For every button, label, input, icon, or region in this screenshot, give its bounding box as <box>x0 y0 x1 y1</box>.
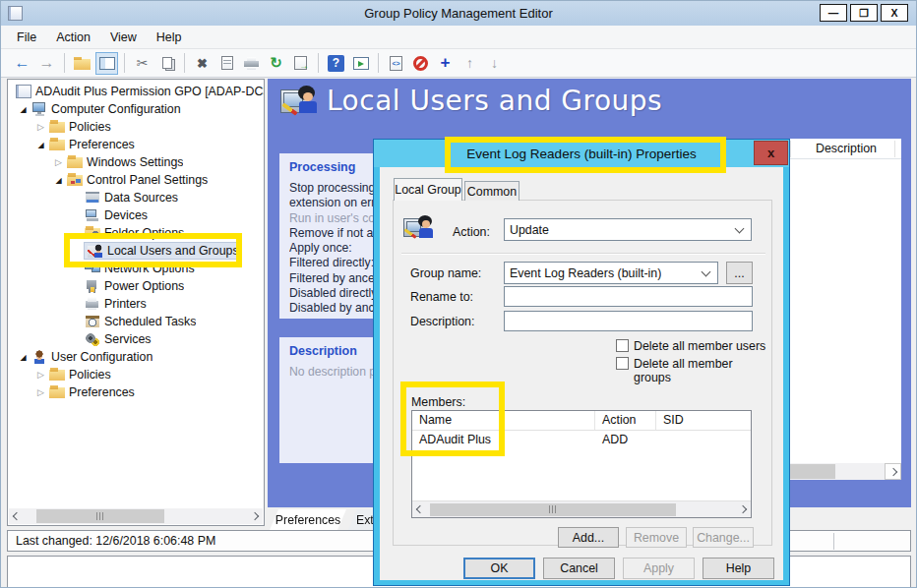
tab-common[interactable]: Common <box>464 181 520 201</box>
back-icon[interactable]: ← <box>11 52 33 75</box>
browse-button[interactable]: ... <box>726 262 753 284</box>
tree-item-services[interactable]: Services <box>8 330 264 348</box>
status-text: Last changed: 12/6/2018 6:06:48 PM <box>16 534 215 548</box>
scroll-right-icon[interactable] <box>735 501 751 517</box>
properties-icon[interactable] <box>215 52 238 75</box>
refresh-icon[interactable]: ↻ <box>265 52 287 75</box>
xml-report-icon[interactable]: <> <box>385 52 407 75</box>
scroll-left-icon[interactable] <box>412 501 428 517</box>
action-dropdown[interactable]: Update <box>504 218 752 241</box>
column-action[interactable]: Action <box>595 411 656 430</box>
expander-open-icon[interactable]: ◢ <box>33 141 48 149</box>
add-icon[interactable]: + <box>434 52 457 75</box>
change-button[interactable]: Change... <box>693 527 754 548</box>
window-title: Group Policy Management Editor <box>1 6 916 21</box>
scroll-right-icon[interactable] <box>885 463 901 480</box>
scrollbar-thumb[interactable] <box>430 503 676 516</box>
export-list-icon[interactable] <box>289 52 312 75</box>
move-down-icon[interactable]: ↓ <box>483 52 506 75</box>
menu-file[interactable]: File <box>7 27 46 48</box>
expander-closed-icon[interactable]: ▷ <box>33 122 48 132</box>
expander-closed-icon[interactable]: ▷ <box>33 387 48 397</box>
help-button[interactable]: Help <box>703 558 774 579</box>
tree-item-gpo-root[interactable]: ADAudit Plus Permission GPO [ADAP-DC3.AD <box>8 83 264 100</box>
local-users-groups-icon <box>88 244 103 258</box>
tree-item-computer-configuration[interactable]: ◢ Computer Configuration <box>8 100 264 118</box>
tree-item-data-sources[interactable]: Data Sources <box>8 189 264 206</box>
tree-item-scheduled-tasks[interactable]: Scheduled Tasks <box>8 313 264 330</box>
dialog-close-icon[interactable]: x <box>754 141 788 165</box>
tree-item-windows-settings[interactable]: ▷ Windows Settings <box>8 153 264 171</box>
maximize-button[interactable]: ❐ <box>850 4 878 22</box>
column-sid[interactable]: SID <box>656 411 751 430</box>
console-window-icon[interactable] <box>349 52 372 75</box>
scroll-left-icon[interactable] <box>9 508 25 524</box>
tree-item-local-users-and-groups[interactable]: Local Users and Groups <box>8 242 264 260</box>
members-horizontal-scrollbar[interactable] <box>412 500 751 517</box>
tree-item-user-policies[interactable]: ▷ Policies <box>8 366 264 383</box>
local-group-icon <box>403 215 441 245</box>
folder-icon <box>49 120 65 134</box>
member-row[interactable]: ADAudit Plus ADD <box>412 431 751 448</box>
control-panel-folder-icon <box>67 173 83 187</box>
power-options-icon <box>85 279 100 293</box>
print-icon[interactable] <box>240 52 263 75</box>
expander-open-icon[interactable]: ◢ <box>16 105 31 114</box>
tree-item-user-configuration[interactable]: ◢ User Configuration <box>8 348 264 366</box>
tab-local-group[interactable]: Local Group <box>394 178 462 201</box>
menu-bar: File Action View Help <box>1 26 916 49</box>
ok-button[interactable]: OK <box>463 558 535 579</box>
expander-open-icon[interactable]: ◢ <box>51 176 66 185</box>
rename-to-input[interactable] <box>504 286 753 307</box>
devices-icon <box>85 208 100 222</box>
menu-help[interactable]: Help <box>147 27 192 48</box>
open-folder-icon[interactable] <box>71 52 93 75</box>
add-button[interactable]: Add... <box>558 527 619 548</box>
group-name-dropdown[interactable]: Event Log Readers (built-in) <box>504 262 718 284</box>
folder-icon <box>49 385 65 399</box>
help-icon[interactable]: ? <box>325 52 347 75</box>
column-name[interactable]: Name <box>412 411 595 430</box>
cancel-button[interactable]: Cancel <box>543 558 615 579</box>
move-up-icon[interactable]: ↑ <box>458 52 481 75</box>
description-column-header[interactable]: Description <box>816 142 877 155</box>
forward-icon[interactable]: → <box>35 52 58 75</box>
menu-action[interactable]: Action <box>46 27 100 48</box>
scroll-right-icon[interactable] <box>247 508 263 524</box>
tree-item-network-options[interactable]: Network Options <box>8 260 264 277</box>
tree-horizontal-scrollbar[interactable] <box>9 508 263 524</box>
tree-item-preferences[interactable]: ◢ Preferences <box>8 136 264 153</box>
tree-item-devices[interactable]: Devices <box>8 206 264 224</box>
tree-item-folder-options[interactable]: Folder Options <box>8 224 264 242</box>
data-sources-icon <box>85 191 100 205</box>
user-icon <box>31 350 47 364</box>
copy-icon[interactable] <box>155 52 178 75</box>
tab-preferences[interactable]: Preferences <box>270 509 346 530</box>
expander-closed-icon[interactable]: ▷ <box>33 370 48 380</box>
toolbar-separator <box>378 53 379 73</box>
cut-icon[interactable]: ✂ <box>131 52 153 75</box>
remove-button[interactable]: Remove <box>626 527 687 548</box>
network-options-icon <box>85 262 100 275</box>
tree-item-printers[interactable]: Printers <box>8 295 264 313</box>
expander-closed-icon[interactable]: ▷ <box>51 157 66 167</box>
tree-item-user-preferences[interactable]: ▷ Preferences <box>8 383 264 401</box>
tree-item-policies[interactable]: ▷ Policies <box>8 118 264 136</box>
block-icon[interactable] <box>409 52 432 75</box>
description-input[interactable] <box>504 311 753 331</box>
window-titlebar: Group Policy Management Editor — ❐ X <box>1 1 916 26</box>
minimize-button[interactable]: — <box>820 4 847 22</box>
tree-item-control-panel-settings[interactable]: ◢ Control Panel Settings <box>8 171 264 189</box>
expander-open-icon[interactable]: ◢ <box>16 353 31 362</box>
close-button[interactable]: X <box>881 4 908 22</box>
apply-button[interactable]: Apply <box>623 558 695 579</box>
delete-member-users-checkbox[interactable] <box>616 339 629 352</box>
menu-view[interactable]: View <box>100 27 147 48</box>
show-console-tree-icon[interactable] <box>95 52 118 75</box>
tree-item-power-options[interactable]: Power Options <box>8 277 264 295</box>
delete-member-groups-checkbox[interactable] <box>616 357 629 370</box>
action-label: Action: <box>453 225 490 239</box>
delete-icon[interactable]: ✖ <box>191 52 214 75</box>
scrollbar-thumb[interactable] <box>36 509 164 523</box>
folder-icon <box>67 155 83 169</box>
